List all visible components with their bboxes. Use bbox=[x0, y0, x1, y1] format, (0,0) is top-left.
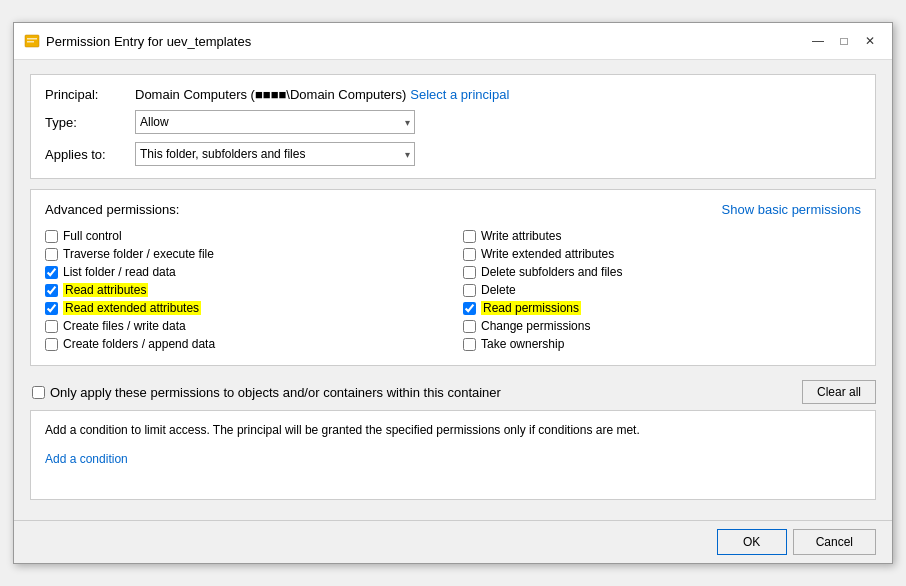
clear-all-button[interactable]: Clear all bbox=[802, 380, 876, 404]
perm-take-ownership: Take ownership bbox=[463, 335, 861, 353]
perm-read-permissions: Read permissions bbox=[463, 299, 861, 317]
perm-write-extended-attributes: Write extended attributes bbox=[463, 245, 861, 263]
checkbox-write-extended-attributes[interactable] bbox=[463, 248, 476, 261]
label-full-control: Full control bbox=[63, 229, 122, 243]
perm-read-extended-attributes: Read extended attributes bbox=[45, 299, 443, 317]
only-apply-row: Only apply these permissions to objects … bbox=[30, 374, 876, 410]
dialog-footer: OK Cancel bbox=[14, 520, 892, 563]
label-read-permissions: Read permissions bbox=[481, 301, 581, 315]
label-delete-subfolders: Delete subfolders and files bbox=[481, 265, 622, 279]
permissions-right-column: Write attributes Write extended attribut… bbox=[463, 227, 861, 353]
type-select[interactable]: Allow Deny bbox=[135, 110, 415, 134]
perm-delete: Delete bbox=[463, 281, 861, 299]
perm-list-folder: List folder / read data bbox=[45, 263, 443, 281]
dialog-icon bbox=[24, 33, 40, 49]
permissions-grid: Full control Traverse folder / execute f… bbox=[45, 227, 861, 353]
permissions-header: Advanced permissions: Show basic permiss… bbox=[45, 202, 861, 217]
applies-to-label: Applies to: bbox=[45, 147, 135, 162]
svg-rect-1 bbox=[27, 38, 37, 40]
minimize-button[interactable]: — bbox=[806, 31, 830, 51]
condition-section: Add a condition to limit access. The pri… bbox=[30, 410, 876, 500]
label-only-apply: Only apply these permissions to objects … bbox=[50, 385, 501, 400]
label-read-extended-attributes: Read extended attributes bbox=[63, 301, 201, 315]
checkbox-list-folder[interactable] bbox=[45, 266, 58, 279]
maximize-button[interactable]: □ bbox=[832, 31, 856, 51]
label-delete: Delete bbox=[481, 283, 516, 297]
perm-traverse-folder: Traverse folder / execute file bbox=[45, 245, 443, 263]
close-button[interactable]: ✕ bbox=[858, 31, 882, 51]
dialog-title: Permission Entry for uev_templates bbox=[46, 34, 251, 49]
dialog-window: Permission Entry for uev_templates — □ ✕… bbox=[13, 22, 893, 564]
perm-create-folders: Create folders / append data bbox=[45, 335, 443, 353]
label-change-permissions: Change permissions bbox=[481, 319, 590, 333]
applies-to-select[interactable]: This folder, subfolders and files bbox=[135, 142, 415, 166]
principal-row: Principal: Domain Computers (■■■■\Domain… bbox=[45, 87, 861, 102]
condition-description: Add a condition to limit access. The pri… bbox=[45, 423, 861, 437]
permissions-section: Advanced permissions: Show basic permiss… bbox=[30, 189, 876, 366]
checkbox-take-ownership[interactable] bbox=[463, 338, 476, 351]
checkbox-change-permissions[interactable] bbox=[463, 320, 476, 333]
checkbox-create-folders[interactable] bbox=[45, 338, 58, 351]
type-label: Type: bbox=[45, 115, 135, 130]
checkbox-delete[interactable] bbox=[463, 284, 476, 297]
cancel-button[interactable]: Cancel bbox=[793, 529, 876, 555]
applies-to-select-wrapper: This folder, subfolders and files bbox=[135, 142, 415, 166]
dialog-body: Principal: Domain Computers (■■■■\Domain… bbox=[14, 60, 892, 520]
checkbox-traverse-folder[interactable] bbox=[45, 248, 58, 261]
label-create-folders: Create folders / append data bbox=[63, 337, 215, 351]
principal-label: Principal: bbox=[45, 87, 135, 102]
label-traverse-folder: Traverse folder / execute file bbox=[63, 247, 214, 261]
label-write-extended-attributes: Write extended attributes bbox=[481, 247, 614, 261]
ok-button[interactable]: OK bbox=[717, 529, 787, 555]
label-read-attributes: Read attributes bbox=[63, 283, 148, 297]
principal-value: Domain Computers (■■■■\Domain Computers) bbox=[135, 87, 406, 102]
permissions-title: Advanced permissions: bbox=[45, 202, 179, 217]
perm-delete-subfolders: Delete subfolders and files bbox=[463, 263, 861, 281]
title-bar: Permission Entry for uev_templates — □ ✕ bbox=[14, 23, 892, 60]
top-section: Principal: Domain Computers (■■■■\Domain… bbox=[30, 74, 876, 179]
perm-full-control: Full control bbox=[45, 227, 443, 245]
checkbox-delete-subfolders[interactable] bbox=[463, 266, 476, 279]
permissions-left-column: Full control Traverse folder / execute f… bbox=[45, 227, 443, 353]
add-condition-link[interactable]: Add a condition bbox=[45, 452, 128, 466]
perm-read-attributes: Read attributes bbox=[45, 281, 443, 299]
select-principal-link[interactable]: Select a principal bbox=[410, 87, 509, 102]
label-take-ownership: Take ownership bbox=[481, 337, 564, 351]
type-row: Type: Allow Deny bbox=[45, 110, 861, 134]
show-basic-link[interactable]: Show basic permissions bbox=[722, 202, 861, 217]
checkbox-create-files[interactable] bbox=[45, 320, 58, 333]
applies-to-row: Applies to: This folder, subfolders and … bbox=[45, 142, 861, 166]
checkbox-read-extended-attributes[interactable] bbox=[45, 302, 58, 315]
perm-write-attributes: Write attributes bbox=[463, 227, 861, 245]
perm-change-permissions: Change permissions bbox=[463, 317, 861, 335]
checkbox-read-permissions[interactable] bbox=[463, 302, 476, 315]
checkbox-read-attributes[interactable] bbox=[45, 284, 58, 297]
only-apply-left: Only apply these permissions to objects … bbox=[32, 385, 501, 400]
svg-rect-2 bbox=[27, 41, 34, 43]
checkbox-only-apply[interactable] bbox=[32, 386, 45, 399]
checkbox-write-attributes[interactable] bbox=[463, 230, 476, 243]
label-create-files: Create files / write data bbox=[63, 319, 186, 333]
perm-create-files: Create files / write data bbox=[45, 317, 443, 335]
label-write-attributes: Write attributes bbox=[481, 229, 561, 243]
title-controls: — □ ✕ bbox=[806, 31, 882, 51]
label-list-folder: List folder / read data bbox=[63, 265, 176, 279]
type-select-wrapper: Allow Deny bbox=[135, 110, 415, 134]
title-bar-left: Permission Entry for uev_templates bbox=[24, 33, 251, 49]
checkbox-full-control[interactable] bbox=[45, 230, 58, 243]
